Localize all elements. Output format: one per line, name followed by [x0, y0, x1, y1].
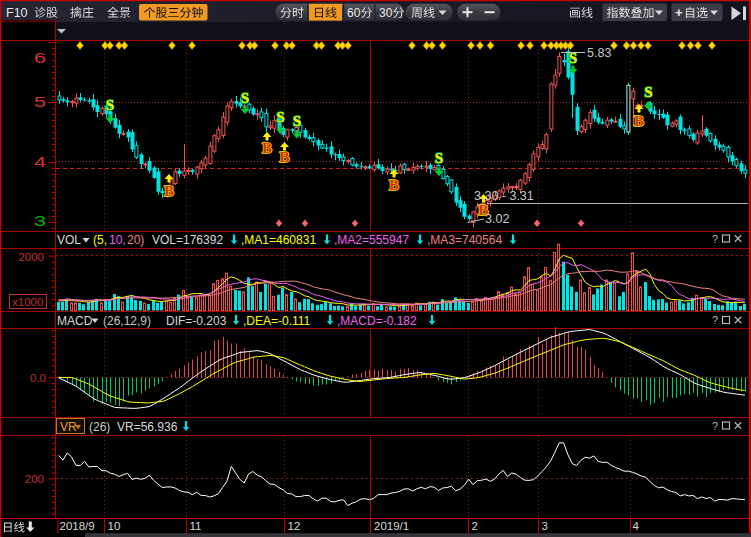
svg-text:VR: VR: [60, 420, 77, 434]
svg-text:4: 4: [34, 153, 47, 170]
svg-text:10,: 10,: [109, 233, 126, 247]
svg-text:S: S: [435, 150, 443, 166]
svg-text:S: S: [644, 84, 652, 100]
svg-text:4: 4: [633, 520, 640, 532]
svg-text:?: ?: [712, 233, 718, 245]
svg-text:(5,: (5,: [93, 233, 107, 247]
svg-text:20): 20): [127, 233, 144, 247]
svg-text:VOL=176392: VOL=176392: [152, 233, 223, 247]
svg-text:3: 3: [34, 212, 46, 229]
svg-text:60: 60: [347, 6, 361, 20]
svg-text:2: 2: [472, 520, 478, 532]
svg-text:200: 200: [25, 473, 44, 485]
svg-text:F10: F10: [6, 6, 28, 20]
svg-text:B: B: [389, 177, 399, 193]
svg-text:S: S: [241, 90, 249, 106]
svg-text:S: S: [276, 109, 284, 125]
svg-text:VR=56.936: VR=56.936: [117, 420, 178, 434]
svg-text:B: B: [262, 140, 272, 156]
svg-text:2019/1: 2019/1: [374, 520, 409, 532]
svg-text:,MA3=740564: ,MA3=740564: [427, 233, 502, 247]
svg-text:0.0: 0.0: [30, 372, 46, 384]
svg-text:,MACD=-0.182: ,MACD=-0.182: [337, 314, 417, 328]
svg-text:3: 3: [542, 520, 548, 532]
svg-text:+: +: [675, 5, 683, 20]
svg-text:5.83: 5.83: [587, 46, 611, 60]
svg-text:MACD: MACD: [57, 314, 93, 328]
svg-text:(26,12,9): (26,12,9): [103, 314, 151, 328]
svg-text:12: 12: [288, 520, 301, 532]
svg-text:S: S: [106, 97, 114, 113]
svg-text:,DEA=-0.111: ,DEA=-0.111: [243, 314, 311, 328]
svg-text:S: S: [293, 113, 301, 129]
svg-text:11: 11: [190, 520, 202, 532]
svg-text:VOL: VOL: [57, 233, 81, 247]
svg-text:30: 30: [379, 6, 393, 20]
svg-text:5: 5: [34, 93, 46, 110]
svg-text:B: B: [164, 183, 174, 199]
svg-text:,MA1=460831: ,MA1=460831: [241, 233, 316, 247]
svg-text:2018/9: 2018/9: [60, 520, 95, 532]
svg-text:B: B: [279, 149, 289, 165]
svg-text:2000: 2000: [18, 251, 44, 263]
svg-text:3.02: 3.02: [485, 212, 509, 226]
svg-text:(26): (26): [89, 420, 110, 434]
svg-text:3.30 - 3.31: 3.30 - 3.31: [474, 189, 534, 203]
svg-text:,MA2=555947: ,MA2=555947: [334, 233, 409, 247]
svg-text:x1000: x1000: [12, 296, 43, 308]
svg-text:?: ?: [712, 420, 718, 432]
svg-text:B: B: [634, 113, 644, 129]
svg-text:10: 10: [108, 520, 121, 532]
svg-text:DIF=-0.203: DIF=-0.203: [166, 314, 227, 328]
svg-text:?: ?: [712, 314, 718, 326]
svg-text:6: 6: [34, 49, 46, 66]
